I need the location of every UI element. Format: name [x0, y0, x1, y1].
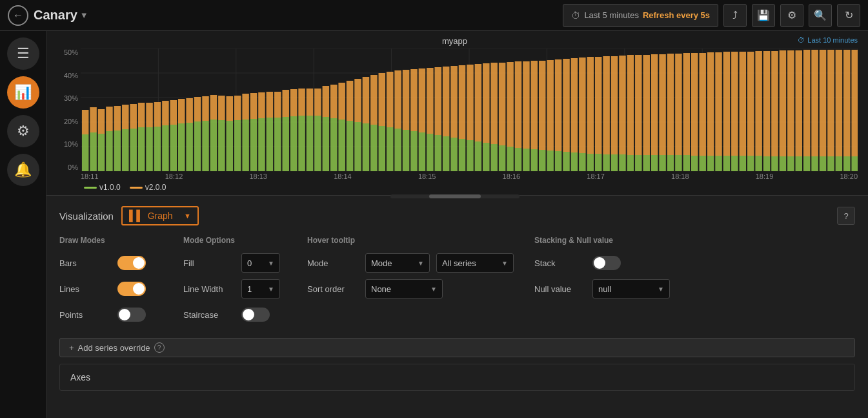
svg-rect-169 — [691, 53, 698, 156]
mode-select[interactable]: Mode ▼ — [365, 253, 430, 273]
back-button[interactable]: ← — [8, 5, 28, 26]
svg-rect-45 — [194, 97, 201, 121]
svg-rect-62 — [267, 118, 274, 171]
stack-toggle[interactable] — [592, 256, 621, 270]
refresh-status[interactable]: ⏱ Last 5 minutes Refresh every 5s — [563, 4, 718, 27]
svg-rect-81 — [338, 83, 345, 120]
svg-rect-21 — [98, 109, 105, 134]
svg-rect-181 — [740, 52, 747, 156]
svg-rect-82 — [347, 121, 354, 171]
null-value-select[interactable]: null ▼ — [592, 279, 670, 298]
svg-rect-168 — [691, 156, 698, 171]
svg-rect-53 — [227, 96, 234, 121]
chart-legend: v1.0.0 v2.0.0 — [52, 183, 858, 192]
sidebar-item-settings[interactable]: ⚙ — [7, 115, 39, 147]
svg-rect-76 — [323, 117, 330, 171]
lines-label: Lines — [59, 284, 111, 294]
svg-rect-100 — [419, 132, 426, 171]
points-toggle[interactable] — [117, 308, 146, 322]
topbar-left: ← Canary ▼ — [8, 5, 88, 26]
svg-rect-143 — [587, 57, 594, 154]
svg-rect-128 — [531, 149, 538, 171]
all-series-select[interactable]: All series ▼ — [436, 253, 514, 273]
svg-rect-203 — [827, 50, 834, 156]
svg-rect-144 — [595, 154, 602, 171]
sort-order-select[interactable]: None ▼ — [365, 279, 443, 298]
svg-rect-191 — [780, 50, 787, 156]
refresh-button[interactable]: ↻ — [837, 4, 860, 27]
chart-scrollbar[interactable] — [390, 194, 520, 198]
settings-button[interactable]: ⚙ — [780, 4, 803, 27]
svg-rect-194 — [795, 156, 802, 171]
fill-select[interactable]: 0 ▼ — [241, 253, 280, 273]
app-dropdown-arrow: ▼ — [80, 10, 88, 20]
staircase-toggle-thumb — [243, 309, 254, 320]
svg-rect-188 — [771, 156, 778, 171]
lines-toggle[interactable] — [117, 282, 146, 296]
clock-small-icon: ⏱ — [798, 36, 805, 44]
main-layout: ☰ 📊 ⚙ 🔔 myapp ⏱ Last 10 minutes 50% 40% — [0, 31, 868, 418]
svg-rect-97 — [403, 70, 410, 130]
svg-rect-38 — [170, 125, 177, 171]
y-axis: 50% 40% 30% 20% 10% 0% — [52, 48, 81, 171]
stack-row: Stack — [534, 253, 670, 273]
sidebar-item-bell[interactable]: 🔔 — [7, 154, 39, 186]
svg-rect-69 — [290, 89, 298, 116]
svg-rect-57 — [242, 94, 249, 120]
svg-rect-108 — [450, 138, 458, 171]
topbar: ← Canary ▼ ⏱ Last 5 minutes Refresh ever… — [0, 0, 868, 31]
lines-toggle-thumb — [133, 283, 145, 295]
svg-rect-52 — [227, 121, 234, 171]
svg-rect-115 — [475, 64, 482, 141]
svg-rect-180 — [740, 156, 747, 171]
app-name[interactable]: Canary ▼ — [34, 8, 88, 23]
options-grid: Draw Modes Bars Lines Point — [59, 236, 855, 325]
svg-rect-16 — [82, 134, 89, 171]
help-button[interactable]: ? — [837, 207, 855, 225]
svg-rect-172 — [707, 156, 714, 171]
svg-rect-114 — [475, 141, 482, 171]
svg-rect-165 — [675, 54, 682, 155]
bars-toggle[interactable] — [117, 256, 146, 270]
svg-rect-58 — [250, 119, 257, 171]
sidebar-item-layers[interactable]: ☰ — [7, 37, 39, 70]
bars-row: Bars — [59, 253, 163, 273]
graph-dropdown[interactable]: ▌▌ Graph ▼ — [121, 206, 199, 225]
svg-rect-175 — [715, 52, 722, 156]
svg-rect-207 — [843, 50, 851, 156]
svg-rect-155 — [635, 55, 642, 155]
svg-rect-200 — [820, 156, 827, 171]
add-series-button[interactable]: + Add series override ? — [59, 338, 855, 357]
svg-rect-59 — [250, 93, 257, 119]
line-width-select[interactable]: 1 ▼ — [241, 279, 280, 298]
chart-icon: 📊 — [14, 84, 32, 101]
svg-rect-96 — [403, 130, 410, 171]
svg-rect-89 — [370, 75, 378, 125]
svg-rect-67 — [282, 90, 289, 117]
chart-scrollbar-thumb[interactable] — [429, 194, 481, 198]
svg-rect-182 — [747, 156, 754, 171]
svg-rect-25 — [114, 106, 121, 131]
svg-rect-186 — [763, 156, 771, 171]
sidebar-item-chart[interactable]: 📊 — [7, 76, 39, 109]
svg-rect-50 — [218, 120, 225, 171]
svg-rect-54 — [234, 120, 241, 171]
save-button[interactable]: 💾 — [752, 4, 775, 27]
svg-rect-174 — [715, 156, 722, 171]
svg-rect-129 — [531, 61, 538, 149]
svg-rect-138 — [571, 152, 578, 171]
svg-rect-185 — [755, 51, 762, 156]
svg-rect-157 — [643, 55, 650, 155]
refresh-icon: ↻ — [845, 9, 853, 21]
all-series-arrow: ▼ — [501, 260, 508, 267]
svg-rect-91 — [379, 73, 386, 126]
svg-rect-117 — [483, 63, 490, 143]
help-icon: ? — [843, 211, 848, 221]
svg-rect-83 — [347, 81, 354, 121]
svg-rect-192 — [787, 156, 794, 171]
staircase-toggle[interactable] — [241, 308, 270, 322]
search-button[interactable]: 🔍 — [809, 4, 832, 27]
share-button[interactable]: ⤴ — [723, 4, 747, 27]
svg-rect-94 — [394, 129, 401, 171]
svg-rect-160 — [659, 155, 666, 171]
